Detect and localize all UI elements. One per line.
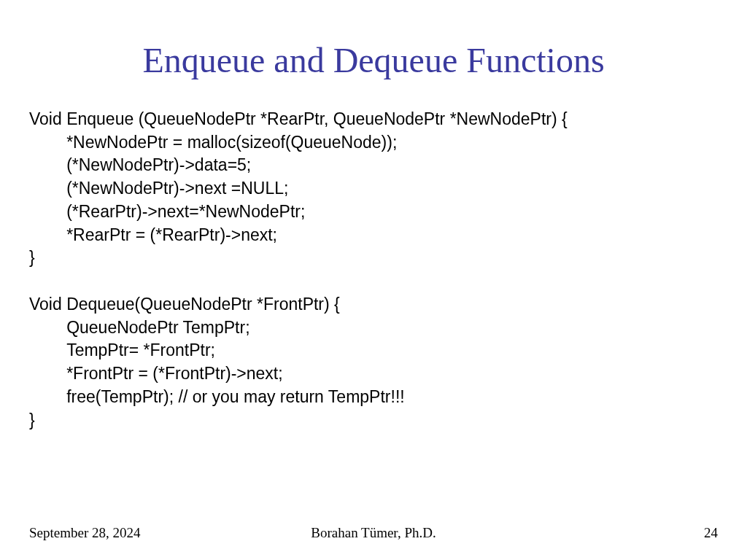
footer-author: Borahan Tümer, Ph.D. — [311, 525, 436, 541]
footer-date: September 28, 2024 — [29, 525, 141, 541]
code-content: Void Enqueue (QueueNodePtr *RearPtr, Que… — [29, 108, 718, 432]
footer-page-number: 24 — [704, 525, 718, 541]
slide-footer: September 28, 2024 Borahan Tümer, Ph.D. … — [0, 525, 747, 541]
slide-container: Enqueue and Dequeue Functions Void Enque… — [0, 0, 747, 560]
slide-title: Enqueue and Dequeue Functions — [29, 40, 718, 80]
